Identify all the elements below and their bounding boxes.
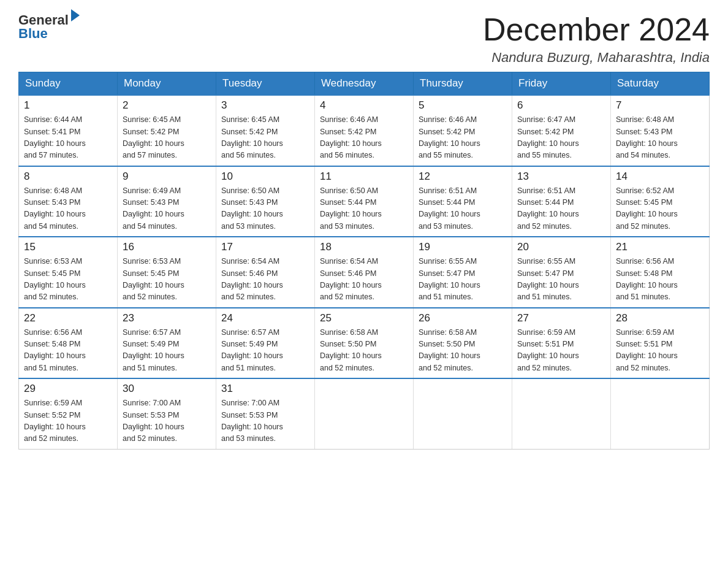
day-number: 3 <box>221 99 309 112</box>
calendar-cell: 29Sunrise: 6:59 AM Sunset: 5:52 PM Dayli… <box>19 378 118 449</box>
week-row-4: 22Sunrise: 6:56 AM Sunset: 5:48 PM Dayli… <box>19 308 710 379</box>
calendar-cell <box>611 378 710 449</box>
weekday-header-monday: Monday <box>118 72 216 96</box>
day-number: 11 <box>320 170 408 183</box>
day-number: 18 <box>320 241 408 253</box>
day-number: 26 <box>419 312 507 324</box>
calendar-cell: 7Sunrise: 6:48 AM Sunset: 5:43 PM Daylig… <box>611 95 710 166</box>
day-info: Sunrise: 6:59 AM Sunset: 5:51 PM Dayligh… <box>616 327 704 375</box>
day-info: Sunrise: 6:51 AM Sunset: 5:44 PM Dayligh… <box>419 185 507 233</box>
day-info: Sunrise: 6:45 AM Sunset: 5:42 PM Dayligh… <box>221 114 309 162</box>
day-info: Sunrise: 6:58 AM Sunset: 5:50 PM Dayligh… <box>419 327 507 375</box>
calendar-table: SundayMondayTuesdayWednesdayThursdayFrid… <box>18 72 710 450</box>
calendar-cell: 9Sunrise: 6:49 AM Sunset: 5:43 PM Daylig… <box>118 166 216 237</box>
weekday-header-saturday: Saturday <box>611 72 710 96</box>
day-info: Sunrise: 6:54 AM Sunset: 5:46 PM Dayligh… <box>320 256 408 304</box>
calendar-cell: 28Sunrise: 6:59 AM Sunset: 5:51 PM Dayli… <box>611 308 710 379</box>
day-info: Sunrise: 6:49 AM Sunset: 5:43 PM Dayligh… <box>123 185 211 233</box>
calendar-cell: 14Sunrise: 6:52 AM Sunset: 5:45 PM Dayli… <box>611 166 710 237</box>
calendar-cell: 6Sunrise: 6:47 AM Sunset: 5:42 PM Daylig… <box>512 95 611 166</box>
calendar-cell: 15Sunrise: 6:53 AM Sunset: 5:45 PM Dayli… <box>19 237 118 308</box>
day-info: Sunrise: 6:59 AM Sunset: 5:52 PM Dayligh… <box>24 397 112 445</box>
calendar-cell: 21Sunrise: 6:56 AM Sunset: 5:48 PM Dayli… <box>611 237 710 308</box>
day-number: 16 <box>123 241 211 253</box>
calendar-cell: 25Sunrise: 6:58 AM Sunset: 5:50 PM Dayli… <box>315 308 414 379</box>
calendar-cell: 3Sunrise: 6:45 AM Sunset: 5:42 PM Daylig… <box>216 95 315 166</box>
week-row-1: 1Sunrise: 6:44 AM Sunset: 5:41 PM Daylig… <box>19 95 710 166</box>
logo-arrow-icon <box>71 9 80 21</box>
day-info: Sunrise: 6:50 AM Sunset: 5:43 PM Dayligh… <box>221 185 309 233</box>
day-number: 24 <box>221 312 309 324</box>
day-number: 20 <box>517 241 605 253</box>
calendar-cell: 30Sunrise: 7:00 AM Sunset: 5:53 PM Dayli… <box>118 378 216 449</box>
calendar-cell: 22Sunrise: 6:56 AM Sunset: 5:48 PM Dayli… <box>19 308 118 379</box>
day-number: 10 <box>221 170 309 183</box>
day-number: 2 <box>123 99 211 112</box>
day-info: Sunrise: 6:56 AM Sunset: 5:48 PM Dayligh… <box>616 256 704 304</box>
day-number: 7 <box>616 99 704 112</box>
weekday-header-wednesday: Wednesday <box>315 72 414 96</box>
calendar-cell: 23Sunrise: 6:57 AM Sunset: 5:49 PM Dayli… <box>118 308 216 379</box>
day-number: 27 <box>517 312 605 324</box>
calendar-cell: 10Sunrise: 6:50 AM Sunset: 5:43 PM Dayli… <box>216 166 315 237</box>
weekday-header-friday: Friday <box>512 72 611 96</box>
day-number: 17 <box>221 241 309 253</box>
calendar-cell: 12Sunrise: 6:51 AM Sunset: 5:44 PM Dayli… <box>414 166 512 237</box>
week-row-5: 29Sunrise: 6:59 AM Sunset: 5:52 PM Dayli… <box>19 378 710 449</box>
calendar-cell: 18Sunrise: 6:54 AM Sunset: 5:46 PM Dayli… <box>315 237 414 308</box>
day-info: Sunrise: 6:55 AM Sunset: 5:47 PM Dayligh… <box>419 256 507 304</box>
calendar-cell: 26Sunrise: 6:58 AM Sunset: 5:50 PM Dayli… <box>414 308 512 379</box>
day-number: 23 <box>123 312 211 324</box>
day-number: 8 <box>24 170 112 183</box>
logo-blue: Blue <box>18 26 80 42</box>
day-info: Sunrise: 6:54 AM Sunset: 5:46 PM Dayligh… <box>221 256 309 304</box>
day-number: 13 <box>517 170 605 183</box>
day-info: Sunrise: 6:48 AM Sunset: 5:43 PM Dayligh… <box>616 114 704 162</box>
day-info: Sunrise: 7:00 AM Sunset: 5:53 PM Dayligh… <box>123 397 211 445</box>
calendar-cell <box>315 378 414 449</box>
day-number: 5 <box>419 99 507 112</box>
day-number: 22 <box>24 312 112 324</box>
day-info: Sunrise: 6:53 AM Sunset: 5:45 PM Dayligh… <box>123 256 211 304</box>
day-info: Sunrise: 6:59 AM Sunset: 5:51 PM Dayligh… <box>517 327 605 375</box>
day-info: Sunrise: 6:46 AM Sunset: 5:42 PM Dayligh… <box>419 114 507 162</box>
day-info: Sunrise: 6:51 AM Sunset: 5:44 PM Dayligh… <box>517 185 605 233</box>
calendar-cell: 5Sunrise: 6:46 AM Sunset: 5:42 PM Daylig… <box>414 95 512 166</box>
day-info: Sunrise: 6:46 AM Sunset: 5:42 PM Dayligh… <box>320 114 408 162</box>
day-info: Sunrise: 6:55 AM Sunset: 5:47 PM Dayligh… <box>517 256 605 304</box>
calendar-cell: 13Sunrise: 6:51 AM Sunset: 5:44 PM Dayli… <box>512 166 611 237</box>
week-row-2: 8Sunrise: 6:48 AM Sunset: 5:43 PM Daylig… <box>19 166 710 237</box>
calendar-cell: 31Sunrise: 7:00 AM Sunset: 5:53 PM Dayli… <box>216 378 315 449</box>
day-info: Sunrise: 6:44 AM Sunset: 5:41 PM Dayligh… <box>24 114 112 162</box>
day-info: Sunrise: 6:50 AM Sunset: 5:44 PM Dayligh… <box>320 185 408 233</box>
day-number: 9 <box>123 170 211 183</box>
day-info: Sunrise: 7:00 AM Sunset: 5:53 PM Dayligh… <box>221 397 309 445</box>
day-number: 30 <box>123 383 211 395</box>
calendar-cell: 2Sunrise: 6:45 AM Sunset: 5:42 PM Daylig… <box>118 95 216 166</box>
week-row-3: 15Sunrise: 6:53 AM Sunset: 5:45 PM Dayli… <box>19 237 710 308</box>
calendar-cell: 16Sunrise: 6:53 AM Sunset: 5:45 PM Dayli… <box>118 237 216 308</box>
day-info: Sunrise: 6:57 AM Sunset: 5:49 PM Dayligh… <box>221 327 309 375</box>
day-info: Sunrise: 6:56 AM Sunset: 5:48 PM Dayligh… <box>24 327 112 375</box>
title-section: December 2024 Nandura Buzurg, Maharashtr… <box>483 12 710 66</box>
weekday-header-sunday: Sunday <box>19 72 118 96</box>
day-number: 12 <box>419 170 507 183</box>
calendar-cell: 19Sunrise: 6:55 AM Sunset: 5:47 PM Dayli… <box>414 237 512 308</box>
calendar-cell: 17Sunrise: 6:54 AM Sunset: 5:46 PM Dayli… <box>216 237 315 308</box>
location-title: Nandura Buzurg, Maharashtra, India <box>483 50 710 66</box>
calendar-cell <box>512 378 611 449</box>
day-info: Sunrise: 6:47 AM Sunset: 5:42 PM Dayligh… <box>517 114 605 162</box>
calendar-cell: 11Sunrise: 6:50 AM Sunset: 5:44 PM Dayli… <box>315 166 414 237</box>
calendar-cell: 20Sunrise: 6:55 AM Sunset: 5:47 PM Dayli… <box>512 237 611 308</box>
day-info: Sunrise: 6:57 AM Sunset: 5:49 PM Dayligh… <box>123 327 211 375</box>
day-number: 28 <box>616 312 704 324</box>
day-number: 21 <box>616 241 704 253</box>
calendar-body: 1Sunrise: 6:44 AM Sunset: 5:41 PM Daylig… <box>19 95 710 449</box>
calendar-cell: 27Sunrise: 6:59 AM Sunset: 5:51 PM Dayli… <box>512 308 611 379</box>
month-title: December 2024 <box>483 12 710 47</box>
day-number: 31 <box>221 383 309 395</box>
calendar-cell: 4Sunrise: 6:46 AM Sunset: 5:42 PM Daylig… <box>315 95 414 166</box>
day-number: 6 <box>517 99 605 112</box>
calendar-cell: 8Sunrise: 6:48 AM Sunset: 5:43 PM Daylig… <box>19 166 118 237</box>
day-number: 19 <box>419 241 507 253</box>
